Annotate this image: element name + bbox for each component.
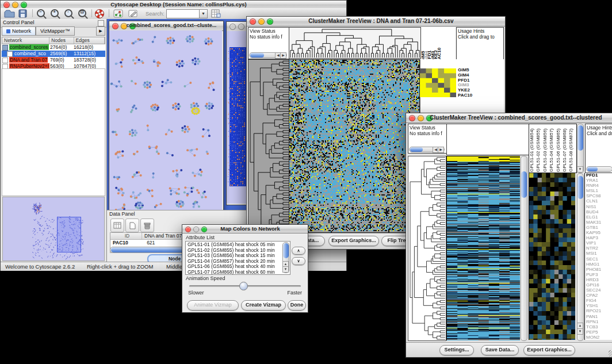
treeview1-row-dendrogram[interactable] [248,59,289,233]
gene-label[interactable]: SEC24 [586,288,612,293]
cytoscape-titlebar[interactable]: Cytoscape Desktop (Session Name: collins… [1,1,346,9]
save-session-icon[interactable] [18,9,28,18]
gene-label[interactable]: KAP95 [586,231,612,235]
tab-network[interactable]: Network [2,26,36,36]
zoom-in-icon[interactable]: + [51,9,59,18]
close-button[interactable] [250,18,256,25]
zoom-out-icon[interactable]: − [37,9,45,18]
gene-label[interactable]: GPI16 [586,283,612,288]
scroll-down-icon[interactable]: ▼ [577,166,583,173]
attribute-list[interactable]: GPL51-01 (GSM854) heat shock 05 minGPL51… [185,241,290,275]
gene-label[interactable]: YSH1 [586,304,612,308]
scroll-right-icon[interactable]: ▶ [438,147,444,153]
treeview2-label-scrollbar[interactable]: ▼ [577,124,584,173]
gene-label[interactable]: MON2 [586,335,612,340]
gene-label[interactable]: NTR2 [586,246,612,251]
move-down-button[interactable]: ∨ [292,257,305,265]
treeview2-zoom-heatmap[interactable] [529,173,575,340]
gene-label[interactable]: NIS1 [586,205,612,209]
delete-attribute-icon[interactable] [140,219,154,232]
gene-label[interactable]: HRD3 [586,278,612,282]
gene-label[interactable]: GIM4 [458,73,503,78]
gene-label[interactable]: PEP5 [586,330,612,335]
treeview2-row-dendrogram[interactable] [408,156,446,341]
save-data-button[interactable]: Save Data... [481,345,519,355]
gene-label[interactable]: GIM5 [458,68,503,72]
attribute-table-icon[interactable] [211,9,221,18]
close-button[interactable] [112,23,118,29]
help-lifesaver-icon[interactable] [95,9,104,18]
animate-vizmap-button[interactable]: Animate Vizmap [187,300,239,311]
treeview1-zoom-matrix[interactable] [420,68,456,97]
network-view-canvas[interactable] [109,30,222,210]
export-graphics-button[interactable]: Export Graphics... [523,345,575,355]
gene-label[interactable]: CPA2 [586,293,612,298]
scroll-down-icon[interactable]: ▼ [282,266,289,273]
gene-label[interactable]: PFD1 [586,173,612,178]
network-list-row[interactable]: combined_scores 2764(0) 16218(0) [2,44,105,51]
column-label[interactable]: GPL51-06 (GSM865) [556,128,561,172]
gene-label[interactable]: GTB1 [586,225,612,230]
gene-label[interactable]: RPO21 [586,309,612,313]
treeview1-titlebar[interactable]: ClusterMaker TreeView : DNA and Tran 07-… [247,17,505,26]
gene-label[interactable]: TCB3 [586,325,612,329]
treeview1-heatmap[interactable] [289,59,420,233]
treeview2-heatmap-vscrollbar[interactable] [521,156,527,341]
attribute-list-item[interactable]: GPL51-07 (GSM868) heat shock 60 min [188,270,290,275]
gene-label[interactable]: PHO81 [586,267,612,272]
gene-label[interactable]: MSL1 [586,189,612,193]
gene-label[interactable]: SPC98 [586,194,612,198]
gene-label[interactable]: YRA1 [586,178,612,183]
annotation-icon[interactable] [128,9,138,18]
gene-label[interactable]: MSI1 [586,251,612,256]
treeview1-column-dendrogram[interactable] [289,27,421,59]
gene-label[interactable]: HAP3 [586,236,612,240]
settings-button[interactable]: Settings... [439,345,474,355]
view-status-scrollbar[interactable]: ◀ ▶ [249,52,287,58]
animation-speed-slider-thumb[interactable] [239,282,248,290]
close-button[interactable] [230,24,236,30]
gene-label[interactable]: ELG1 [586,215,612,220]
gene-label[interactable]: GIM3 [458,83,503,87]
column-label[interactable]: GPL51-07 (GSM868) [562,128,567,172]
scroll-down-icon[interactable]: ▼ [577,328,583,335]
gene-label[interactable]: PAN1 [586,315,612,319]
gene-label[interactable]: HMG1 [586,262,612,267]
gene-label[interactable]: VIP1 [586,241,612,246]
treeview2-gene-vscrollbar[interactable]: ▲ ▼ [577,173,584,341]
create-attribute-icon[interactable] [125,219,139,232]
done-button[interactable]: Done [288,300,306,311]
attribute-list-scrollbar[interactable]: ▲ ▼ [282,242,289,273]
gene-label[interactable]: PUF3 [586,273,612,277]
column-label[interactable]: GPL51-01 (GSM854) [529,128,534,172]
zoom-selected-icon[interactable]: ⊡ [78,9,86,18]
zoom-fit-icon[interactable]: ▫ [64,9,72,18]
gene-label[interactable]: CLN1 [586,199,612,204]
column-label[interactable]: GPL51-04 (GSM857) [549,128,554,172]
network-window-titlebar[interactable]: combined_scores_good.txt--cluste... [109,21,223,31]
treeview2-heatmap[interactable] [446,156,520,340]
treeview2-column-dendrogram-area[interactable] [446,124,529,155]
search-input[interactable]: ▼ [166,9,208,18]
column-label[interactable]: GPL51-08 (GSM872) [568,128,573,172]
treeview2-titlebar[interactable]: ClusterMaker TreeView : combined_scores_… [406,113,612,123]
network-table-header[interactable]: Network Nodes Edges [2,37,105,44]
export-graphics-button[interactable]: Export Graphics... [328,236,379,246]
column-label[interactable]: GPL51-02 (GSM855) [536,128,541,172]
gene-label[interactable]: RNR4 [586,183,612,188]
select-attributes-icon[interactable] [110,219,124,232]
close-button[interactable] [185,227,191,232]
usage-hints-scrollbar[interactable] [586,166,612,172]
network-list-row[interactable]: DNA and Tran 07 769(0) 183728(0) [2,57,105,63]
close-button[interactable] [3,2,10,8]
column-label[interactable]: GPL51-03 (GSM856) [542,128,548,172]
network-view-back-canvas[interactable] [227,31,246,204]
tab-vizmapper[interactable]: VizMapper™ [36,26,75,36]
dialog-titlebar[interactable]: Map Colors to Network [182,225,308,233]
gene-label[interactable]: BUD4 [586,210,612,214]
gene-label[interactable]: MAK31 [586,220,612,225]
view-status-scrollbar[interactable]: ◀ ▶ [409,147,445,152]
move-up-button[interactable]: ∧ [292,247,305,255]
gene-label[interactable]: PFD1 [458,78,503,83]
gene-label[interactable]: RPN1 [586,320,612,324]
